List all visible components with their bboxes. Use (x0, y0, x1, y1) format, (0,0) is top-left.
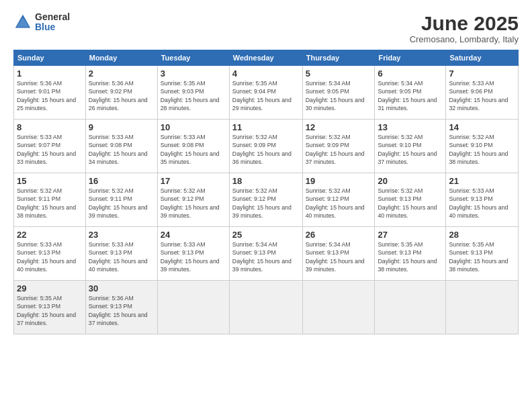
day-number: 11 (232, 122, 300, 132)
table-row: 13 Sunrise: 5:32 AMSunset: 9:10 PMDaylig… (375, 120, 446, 173)
table-row: 27 Sunrise: 5:35 AMSunset: 9:13 PMDaylig… (375, 227, 446, 281)
day-info: Sunrise: 5:32 AMSunset: 9:12 PMDaylight:… (306, 187, 365, 219)
header-wednesday: Wednesday (229, 50, 302, 66)
day-number: 21 (449, 176, 515, 186)
day-info: Sunrise: 5:33 AMSunset: 9:13 PMDaylight:… (89, 241, 148, 273)
day-info: Sunrise: 5:32 AMSunset: 9:10 PMDaylight:… (449, 134, 508, 165)
day-number: 25 (232, 230, 300, 240)
table-row: 14 Sunrise: 5:32 AMSunset: 9:10 PMDaylig… (446, 120, 519, 173)
table-row: 19 Sunrise: 5:32 AMSunset: 9:12 PMDaylig… (302, 173, 375, 227)
logo-blue: Blue (35, 22, 70, 32)
table-row: 20 Sunrise: 5:32 AMSunset: 9:13 PMDaylig… (375, 173, 446, 227)
table-row: 29 Sunrise: 5:35 AMSunset: 9:13 PMDaylig… (14, 281, 86, 334)
day-info: Sunrise: 5:32 AMSunset: 9:11 PMDaylight:… (89, 187, 148, 219)
table-row: 2 Sunrise: 5:36 AMSunset: 9:02 PMDayligh… (85, 66, 157, 120)
table-row: 30 Sunrise: 5:36 AMSunset: 9:13 PMDaylig… (85, 281, 157, 334)
day-info: Sunrise: 5:36 AMSunset: 9:01 PMDaylight:… (17, 80, 76, 111)
logo: General Blue (13, 12, 70, 33)
day-info: Sunrise: 5:33 AMSunset: 9:08 PMDaylight:… (161, 134, 220, 165)
calendar-week-row: 1 Sunrise: 5:36 AMSunset: 9:01 PMDayligh… (14, 66, 519, 120)
table-row (302, 281, 375, 334)
calendar-week-row: 22 Sunrise: 5:33 AMSunset: 9:13 PMDaylig… (14, 227, 519, 281)
calendar-subtitle: Cremosano, Lombardy, Italy (410, 34, 519, 44)
calendar-week-row: 8 Sunrise: 5:33 AMSunset: 9:07 PMDayligh… (14, 120, 519, 173)
table-row: 25 Sunrise: 5:34 AMSunset: 9:13 PMDaylig… (229, 227, 302, 281)
calendar-week-row: 29 Sunrise: 5:35 AMSunset: 9:13 PMDaylig… (14, 281, 519, 334)
table-row: 1 Sunrise: 5:36 AMSunset: 9:01 PMDayligh… (14, 66, 86, 120)
table-row: 21 Sunrise: 5:33 AMSunset: 9:13 PMDaylig… (446, 173, 519, 227)
day-number: 3 (161, 68, 226, 79)
day-number: 20 (378, 176, 443, 186)
table-row: 17 Sunrise: 5:32 AMSunset: 9:12 PMDaylig… (157, 173, 229, 227)
day-number: 18 (232, 176, 300, 186)
day-number: 28 (449, 230, 515, 240)
day-info: Sunrise: 5:34 AMSunset: 9:05 PMDaylight:… (306, 80, 365, 111)
table-row: 15 Sunrise: 5:32 AMSunset: 9:11 PMDaylig… (14, 173, 86, 227)
day-info: Sunrise: 5:32 AMSunset: 9:09 PMDaylight:… (306, 134, 365, 165)
calendar-title: June 2025 (410, 12, 519, 34)
day-info: Sunrise: 5:33 AMSunset: 9:06 PMDaylight:… (449, 80, 508, 111)
table-row: 18 Sunrise: 5:32 AMSunset: 9:12 PMDaylig… (229, 173, 302, 227)
title-block: June 2025 Cremosano, Lombardy, Italy (410, 12, 519, 44)
day-info: Sunrise: 5:32 AMSunset: 9:13 PMDaylight:… (378, 187, 437, 219)
day-info: Sunrise: 5:32 AMSunset: 9:12 PMDaylight:… (232, 187, 292, 219)
day-number: 8 (17, 122, 83, 132)
header-friday: Friday (375, 50, 446, 66)
calendar-table: Sunday Monday Tuesday Wednesday Thursday… (13, 50, 519, 334)
day-info: Sunrise: 5:32 AMSunset: 9:11 PMDaylight:… (17, 187, 76, 219)
day-number: 26 (306, 230, 372, 240)
day-info: Sunrise: 5:32 AMSunset: 9:10 PMDaylight:… (378, 134, 437, 165)
day-number: 9 (89, 122, 154, 132)
day-info: Sunrise: 5:33 AMSunset: 9:13 PMDaylight:… (449, 187, 508, 219)
day-number: 12 (306, 122, 372, 132)
day-number: 10 (161, 122, 226, 132)
table-row (157, 281, 229, 334)
day-number: 16 (89, 176, 154, 186)
logo-general: General (35, 12, 70, 22)
day-number: 19 (306, 176, 372, 186)
table-row: 5 Sunrise: 5:34 AMSunset: 9:05 PMDayligh… (302, 66, 375, 120)
day-number: 14 (449, 122, 515, 132)
day-info: Sunrise: 5:36 AMSunset: 9:02 PMDaylight:… (89, 80, 148, 111)
day-info: Sunrise: 5:33 AMSunset: 9:13 PMDaylight:… (17, 241, 76, 273)
day-number: 15 (17, 176, 83, 186)
table-row: 3 Sunrise: 5:35 AMSunset: 9:03 PMDayligh… (157, 66, 229, 120)
day-number: 5 (306, 68, 372, 79)
day-number: 1 (17, 68, 83, 79)
day-info: Sunrise: 5:34 AMSunset: 9:13 PMDaylight:… (306, 241, 365, 273)
day-info: Sunrise: 5:34 AMSunset: 9:05 PMDaylight:… (378, 80, 437, 111)
table-row (375, 281, 446, 334)
header-tuesday: Tuesday (157, 50, 229, 66)
day-info: Sunrise: 5:35 AMSunset: 9:13 PMDaylight:… (449, 241, 508, 273)
day-info: Sunrise: 5:35 AMSunset: 9:13 PMDaylight:… (17, 295, 76, 326)
day-info: Sunrise: 5:34 AMSunset: 9:13 PMDaylight:… (232, 241, 292, 273)
table-row: 16 Sunrise: 5:32 AMSunset: 9:11 PMDaylig… (85, 173, 157, 227)
calendar-header-row: Sunday Monday Tuesday Wednesday Thursday… (14, 50, 519, 66)
day-info: Sunrise: 5:35 AMSunset: 9:13 PMDaylight:… (378, 241, 437, 273)
logo-text: General Blue (35, 12, 70, 33)
table-row: 7 Sunrise: 5:33 AMSunset: 9:06 PMDayligh… (446, 66, 519, 120)
table-row: 24 Sunrise: 5:33 AMSunset: 9:13 PMDaylig… (157, 227, 229, 281)
day-info: Sunrise: 5:33 AMSunset: 9:07 PMDaylight:… (17, 134, 76, 165)
day-number: 30 (89, 283, 154, 293)
table-row: 10 Sunrise: 5:33 AMSunset: 9:08 PMDaylig… (157, 120, 229, 173)
page-container: General Blue June 2025 Cremosano, Lombar… (0, 0, 532, 411)
day-number: 23 (89, 230, 154, 240)
table-row: 4 Sunrise: 5:35 AMSunset: 9:04 PMDayligh… (229, 66, 302, 120)
table-row: 8 Sunrise: 5:33 AMSunset: 9:07 PMDayligh… (14, 120, 86, 173)
day-number: 24 (161, 230, 226, 240)
table-row: 26 Sunrise: 5:34 AMSunset: 9:13 PMDaylig… (302, 227, 375, 281)
day-number: 6 (378, 68, 443, 79)
day-number: 22 (17, 230, 83, 240)
table-row: 23 Sunrise: 5:33 AMSunset: 9:13 PMDaylig… (85, 227, 157, 281)
day-number: 4 (232, 68, 300, 79)
day-info: Sunrise: 5:35 AMSunset: 9:04 PMDaylight:… (232, 80, 292, 111)
table-row: 22 Sunrise: 5:33 AMSunset: 9:13 PMDaylig… (14, 227, 86, 281)
day-number: 2 (89, 68, 154, 79)
day-number: 29 (17, 283, 83, 293)
table-row (229, 281, 302, 334)
day-info: Sunrise: 5:36 AMSunset: 9:13 PMDaylight:… (89, 295, 148, 326)
header-monday: Monday (85, 50, 157, 66)
header-sunday: Sunday (14, 50, 86, 66)
calendar-week-row: 15 Sunrise: 5:32 AMSunset: 9:11 PMDaylig… (14, 173, 519, 227)
